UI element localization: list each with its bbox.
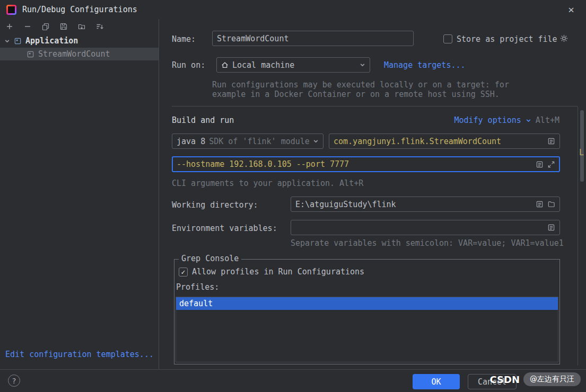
modify-options-link[interactable]: Modify options bbox=[454, 115, 521, 125]
clipped-text-artifact: L bbox=[579, 148, 584, 157]
working-directory-field-wrap bbox=[291, 197, 560, 212]
tree-node-application[interactable]: Application bbox=[0, 34, 159, 48]
watermark-brand: CSDN bbox=[489, 374, 520, 385]
jdk-hint: SDK of 'flink' module bbox=[209, 137, 309, 146]
application-type-icon bbox=[14, 37, 22, 45]
environment-variables-input[interactable] bbox=[295, 223, 544, 233]
profile-list-item[interactable]: default bbox=[176, 297, 558, 310]
environment-variables-field-wrap bbox=[291, 220, 560, 235]
ok-button[interactable]: OK bbox=[413, 374, 460, 389]
store-as-project-file-label: Store as project file bbox=[457, 34, 557, 44]
environment-variables-help: Separate variables with semicolon: VAR=v… bbox=[291, 238, 564, 248]
title-bar: Run/Debug Configurations bbox=[0, 0, 586, 19]
build-and-run-title: Build and run bbox=[172, 115, 234, 125]
main-class-field-wrap bbox=[329, 133, 560, 149]
insert-macros-icon[interactable] bbox=[547, 137, 555, 145]
move-to-folder-icon[interactable] bbox=[77, 22, 86, 31]
profile-name: default bbox=[179, 299, 213, 308]
browse-folder-icon[interactable] bbox=[547, 200, 555, 208]
add-configuration-icon[interactable] bbox=[5, 22, 14, 31]
local-machine-house-icon bbox=[221, 61, 229, 69]
run-on-help-line2: example in a Docker Container or on a re… bbox=[212, 90, 500, 99]
tree-node-label: Application bbox=[25, 36, 78, 46]
working-directory-label: Working directory: bbox=[172, 200, 258, 210]
profiles-label: Profiles: bbox=[176, 282, 219, 292]
grep-console-group: Grep Console ✓ Allow profiles in Run Con… bbox=[174, 259, 560, 364]
chevron-down-icon bbox=[313, 138, 319, 144]
working-directory-input[interactable] bbox=[295, 200, 532, 209]
cli-args-help: CLI arguments to your application. Alt+R bbox=[172, 179, 363, 188]
name-label: Name: bbox=[172, 34, 196, 44]
expand-field-icon[interactable] bbox=[547, 161, 555, 168]
manage-targets-link[interactable]: Manage targets... bbox=[384, 60, 466, 70]
main-class-input[interactable] bbox=[334, 137, 544, 146]
insert-macros-icon[interactable] bbox=[536, 200, 544, 208]
name-input[interactable] bbox=[217, 34, 409, 43]
store-as-project-file-checkbox[interactable] bbox=[443, 34, 452, 43]
run-on-help-line1: Run configurations may be executed local… bbox=[212, 80, 509, 90]
chevron-down-icon bbox=[4, 38, 10, 44]
edit-configuration-templates-link[interactable]: Edit configuration templates... bbox=[5, 350, 154, 359]
grep-console-legend: Grep Console bbox=[179, 254, 241, 263]
name-field-wrap bbox=[212, 31, 414, 46]
program-arguments-field-wrap bbox=[172, 156, 560, 172]
sidebar-toolbar bbox=[0, 19, 159, 34]
intellij-logo-icon bbox=[6, 5, 16, 15]
program-arguments-input[interactable] bbox=[177, 159, 532, 169]
allow-profiles-label: Allow profiles in Run Configurations bbox=[192, 267, 364, 277]
help-button[interactable]: ? bbox=[8, 375, 20, 387]
footer-divider bbox=[0, 369, 586, 370]
close-icon[interactable]: × bbox=[564, 2, 579, 17]
run-configuration-icon bbox=[27, 50, 34, 58]
build-and-run-header: Build and run Modify options Alt+M bbox=[172, 115, 559, 125]
tree-item-streamwordcount[interactable]: StreamWordCount bbox=[0, 48, 159, 60]
scrollbar-thumb[interactable] bbox=[580, 110, 584, 182]
jdk-combo[interactable]: java 8 SDK of 'flink' module bbox=[172, 133, 323, 149]
remove-configuration-icon[interactable] bbox=[23, 22, 32, 31]
chevron-down-icon bbox=[360, 62, 365, 68]
check-icon: ✓ bbox=[181, 268, 186, 276]
save-configuration-icon[interactable] bbox=[59, 22, 68, 31]
profiles-list: default bbox=[176, 297, 558, 362]
store-settings-gear-icon[interactable] bbox=[559, 34, 568, 43]
chevron-down-icon bbox=[526, 118, 531, 123]
watermark-user: @左边有只汪 bbox=[523, 372, 581, 386]
help-icon: ? bbox=[12, 377, 16, 385]
insert-macros-icon[interactable] bbox=[547, 224, 555, 231]
configurations-sidebar: Application StreamWordCount bbox=[0, 19, 159, 369]
environment-variables-label: Environment variables: bbox=[172, 224, 277, 233]
sort-configurations-icon[interactable] bbox=[95, 22, 104, 31]
insert-macros-icon[interactable] bbox=[536, 161, 544, 168]
modify-options-shortcut: Alt+M bbox=[536, 115, 559, 125]
tree-item-label: StreamWordCount bbox=[38, 49, 110, 59]
scroll-divider bbox=[578, 106, 578, 366]
watermark: CSDN @左边有只汪 bbox=[489, 372, 581, 386]
run-on-label: Run on: bbox=[172, 60, 205, 70]
run-on-value: Local machine bbox=[232, 60, 356, 70]
allow-profiles-checkbox[interactable]: ✓ bbox=[179, 268, 188, 277]
jdk-value: java 8 bbox=[177, 137, 205, 146]
dialog-title: Run/Debug Configurations bbox=[22, 5, 137, 14]
run-debug-configurations-dialog: Run/Debug Configurations × bbox=[0, 0, 586, 392]
section-divider bbox=[172, 106, 578, 106]
copy-configuration-icon[interactable] bbox=[41, 22, 50, 31]
run-on-combo[interactable]: Local machine bbox=[216, 57, 370, 73]
